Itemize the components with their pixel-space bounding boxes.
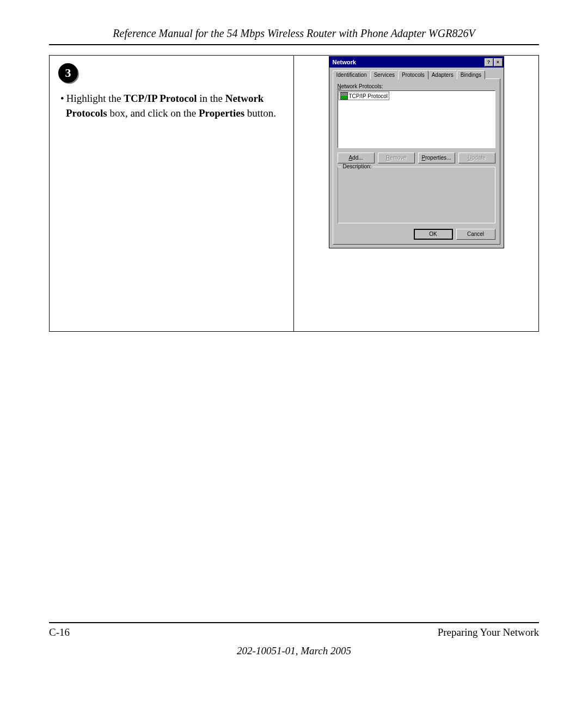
dialog-tabs: Identification Services Protocols Adapte… [333, 70, 500, 79]
dialog-footer: OK Cancel [338, 229, 495, 240]
page-number: C-16 [49, 626, 70, 638]
instruction-column: 3 •Highlight the TCP/IP Protocol in the … [50, 56, 294, 331]
instr-bold1: TCP/IP Protocol [124, 93, 197, 104]
cancel-button[interactable]: Cancel [456, 229, 495, 240]
instr-part3: box, and click on the [107, 107, 199, 119]
help-button[interactable]: ? [485, 58, 493, 66]
doc-id: 202-10051-01, March 2005 [49, 645, 539, 657]
instr-part1: Highlight the [66, 93, 124, 104]
add-button[interactable]: Add... [338, 153, 375, 163]
tab-protocols[interactable]: Protocols [398, 70, 428, 80]
protocol-icon [340, 92, 348, 100]
remove-button[interactable]: Remove [378, 153, 415, 163]
update-button[interactable]: Update [458, 153, 495, 163]
update-rest: pdate [472, 155, 486, 161]
instr-part4: button. [244, 107, 276, 119]
ok-button[interactable]: OK [414, 229, 453, 240]
doc-header: Reference Manual for the 54 Mbps Wireles… [49, 27, 539, 40]
instr-part2: in the [197, 93, 225, 104]
instruction-text: •Highlight the TCP/IP Protocol in the Ne… [66, 92, 283, 120]
properties-rest: roperties... [425, 155, 451, 161]
section-title: Preparing Your Network [438, 626, 539, 638]
label-accel: N [338, 83, 341, 89]
network-dialog: Network ? × Identification Services Prot… [329, 57, 504, 248]
tab-adapters[interactable]: Adapters [428, 70, 457, 79]
dialog-body: Identification Services Protocols Adapte… [329, 68, 504, 248]
bullet-icon: • [60, 93, 64, 104]
dialog-title: Network [333, 59, 356, 65]
network-protocols-listbox[interactable]: TCP/IP Protocol [338, 90, 495, 148]
tab-services[interactable]: Services [370, 70, 399, 79]
label-rest: etwork Protocols: [341, 83, 383, 89]
tab-identification[interactable]: Identification [333, 70, 371, 79]
page-footer: C-16 Preparing Your Network 202-10051-01… [49, 622, 539, 657]
close-button[interactable]: × [494, 58, 503, 66]
list-item-label: TCP/IP Protocol [349, 93, 388, 99]
dialog-titlebar: Network ? × [329, 57, 504, 68]
button-row: Add... Remove Properties... Update [338, 153, 495, 163]
instr-bold3: Properties [199, 107, 244, 119]
list-item-tcpip[interactable]: TCP/IP Protocol [339, 92, 390, 100]
header-rule [49, 44, 539, 45]
step-number-badge: 3 [58, 63, 78, 83]
tab-panel: Network Protocols: TCP/IP Protocol Add..… [333, 78, 500, 245]
update-accel: U [468, 155, 471, 161]
properties-button[interactable]: Properties... [418, 153, 455, 163]
footer-rule [49, 622, 539, 623]
description-label: Description: [341, 163, 373, 169]
network-protocols-label: Network Protocols: [338, 83, 495, 89]
add-rest: dd... [352, 155, 363, 161]
remove-rest: emove [390, 155, 406, 161]
tab-bindings[interactable]: Bindings [457, 70, 485, 79]
description-groupbox: Description: [338, 167, 495, 223]
step-panel: 3 •Highlight the TCP/IP Protocol in the … [49, 55, 539, 332]
screenshot-column: Network ? × Identification Services Prot… [294, 56, 538, 331]
